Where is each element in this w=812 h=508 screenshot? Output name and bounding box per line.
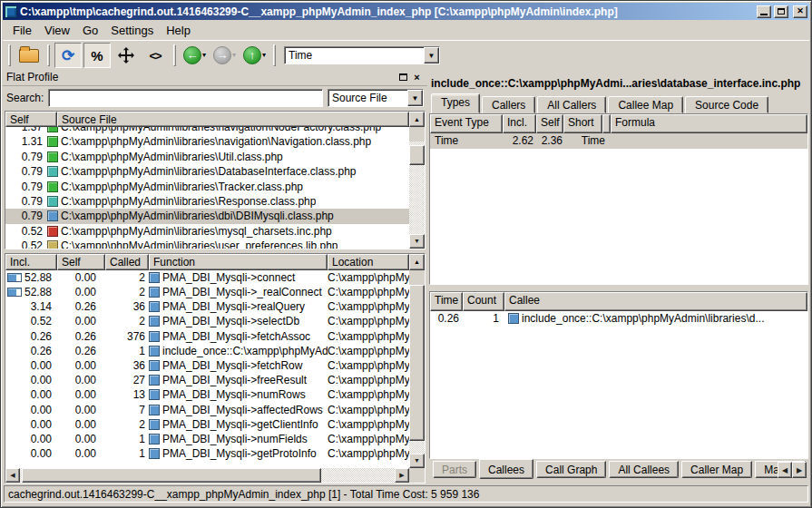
source-file-row[interactable]: 1.31 C:\xampp\phpMyAdmin\libraries\navig… [5,134,409,149]
scrollbar-thumb[interactable] [22,468,321,483]
column-header-incl[interactable]: Incl. [5,254,57,270]
dock-float-button[interactable] [396,72,410,83]
function-row[interactable]: 3.14 0.26 36 PMA_DBI_Mysqli->realQuery C… [5,299,409,314]
detail-tab[interactable]: Source Code [685,96,768,113]
column-header-incl[interactable]: Incl. [503,114,536,133]
source-file-row[interactable]: 1.37 C:\xampp\phpMyAdmin\libraries\navig… [5,127,409,134]
up-dropdown-icon[interactable]: ▾ [262,52,266,59]
source-file-row[interactable]: 0.79 C:\xampp\phpMyAdmin\libraries\Respo… [5,194,409,209]
percent-relative-button[interactable]: % [83,43,111,68]
scroll-down-icon[interactable]: ▼ [409,234,425,249]
column-header-self[interactable]: Self [57,254,105,270]
detail-splitter[interactable] [429,285,808,291]
function-table-vscrollbar[interactable]: ▼ [409,270,425,468]
column-header-short[interactable]: Short [563,114,602,133]
source-file-row[interactable]: 0.52 C:\xampp\phpMyAdmin\libraries\mysql… [5,224,409,239]
menu-item[interactable]: Settings [104,22,160,39]
function-row[interactable]: 0.00 0.00 7 PMA_DBI_Mysqli->affectedRows… [5,403,409,417]
event-type-row[interactable]: Time 2.62 2.36 Time [430,133,807,149]
function-row[interactable]: 0.52 0.00 2 PMA_DBI_Mysqli->selectDb C:\… [5,314,409,328]
function-row[interactable]: 0.26 0.26 376 PMA_DBI_Mysqli->fetchAssoc… [5,329,409,344]
maximize-icon [778,8,785,15]
function-self-cost: 0.00 [57,447,105,460]
function-row[interactable]: 0.00 0.00 2 PMA_DBI_Mysqli->getClientInf… [5,417,409,432]
event-self-value: 2.36 [536,134,563,147]
column-header-formula[interactable]: Formula [611,114,807,133]
function-location: C:\xampp\phpMy... [328,359,409,372]
callee-count: 1 [463,312,504,325]
function-row[interactable]: 0.26 0.26 1 include_once::C:\xampp\phpMy… [5,344,409,358]
function-row[interactable]: 52.88 0.00 2 PMA_DBI_Mysqli->_realConnec… [5,285,409,299]
close-button[interactable]: ✕ [793,5,807,18]
function-row[interactable]: 52.88 0.00 2 PMA_DBI_Mysqli->connect C:\… [5,270,409,285]
column-header-function[interactable]: Function [149,254,328,270]
dock-close-button[interactable]: × [410,72,424,83]
detail-bottom-tab[interactable]: Parts [433,461,476,478]
source-file-row[interactable]: 0.52 C:\xampp\phpMyAdmin\libraries\user_… [5,239,409,249]
combo-arrow-icon[interactable]: ▼ [407,90,423,106]
source-file-scrollbar[interactable]: ▼ [409,127,425,249]
menu-item[interactable]: File [6,22,38,39]
maximize-button[interactable] [774,5,788,18]
detail-bottom-tab[interactable]: Callees [479,459,533,479]
detail-tab[interactable]: Types [431,93,480,113]
function-row[interactable]: 0.00 0.00 27 PMA_DBI_Mysqli->freeResult … [5,373,409,387]
function-row[interactable]: 0.00 0.00 1 PMA_DBI_Mysqli->numFields C:… [5,432,409,446]
open-file-button[interactable] [15,43,43,68]
column-header-called[interactable]: Called [105,254,149,270]
function-table-hscrollbar[interactable]: ◀ ▶ [5,468,425,483]
tab-scroll-right-icon[interactable]: ▶ [792,462,807,478]
source-file-row[interactable]: 0.79 C:\xampp\phpMyAdmin\libraries\Datab… [5,164,409,179]
event-type-combobox[interactable]: Time ▼ [284,46,440,64]
forward-dropdown-icon[interactable]: ▾ [232,52,236,59]
scroll-up-icon[interactable]: ▲ [409,254,425,270]
move-button[interactable] [113,43,140,68]
menu-item[interactable]: View [38,22,76,39]
relative-to-parent-button[interactable]: <> [142,43,169,68]
source-file-row[interactable]: 0.79 C:\xampp\phpMyAdmin\libraries\Util.… [5,150,409,164]
tab-scroll-left-icon[interactable]: ◀ [778,462,792,478]
forward-button[interactable]: → ▾ [210,43,239,68]
combo-arrow-icon[interactable]: ▼ [424,47,439,64]
column-header-self[interactable]: Self [536,114,563,133]
function-row[interactable]: 0.00 0.00 36 PMA_DBI_Mysqli->fetchRow C:… [5,358,409,373]
back-dropdown-icon[interactable]: ▾ [202,52,206,59]
cycle-detection-button[interactable]: ⟳ [54,43,82,68]
scrollbar-track[interactable] [409,142,425,234]
function-row[interactable]: 0.00 0.00 1 PMA_DBI_Mysqli->getProtoInfo… [5,446,409,461]
function-call-count: 1 [105,345,149,357]
scrollbar-track[interactable] [409,285,425,454]
detail-tab[interactable]: Callee Map [608,96,683,113]
column-header-source-file[interactable]: Source File [57,112,409,127]
detail-bottom-tab[interactable]: Call Graph [536,461,606,478]
menu-item[interactable]: Go [76,22,104,39]
scroll-left-icon[interactable]: ◀ [5,468,20,483]
column-header-callee[interactable]: Callee [504,292,807,311]
menu-item[interactable]: Help [160,22,197,39]
scrollbar-thumb[interactable] [409,285,425,441]
toolbar-grip[interactable] [8,44,11,66]
column-header-location[interactable]: Location [328,254,409,270]
detail-tab[interactable]: Callers [482,96,535,113]
detail-bottom-tab[interactable]: Caller Map [681,461,752,478]
detail-bottom-tab[interactable]: All Callees [609,461,679,478]
column-header-time[interactable]: Time [430,292,463,311]
function-row[interactable]: 0.00 0.00 13 PMA_DBI_Mysqli->numRows C:\… [5,387,409,402]
column-header-count[interactable]: Count [463,292,504,311]
scroll-down-icon[interactable]: ▼ [409,454,425,468]
detail-tab[interactable]: All Callers [537,96,606,113]
minimize-button[interactable] [757,5,771,18]
column-header-self[interactable]: Self [5,112,57,127]
search-input[interactable] [48,89,323,107]
scroll-right-icon[interactable]: ▶ [395,468,409,483]
up-button[interactable]: ↑ ▾ [240,43,269,68]
callee-row[interactable]: 0.26 1 include_once::C:\xampp\phpMyAdmin… [430,311,807,327]
column-header-event-type[interactable]: Event Type [430,114,503,133]
scrollbar-thumb[interactable] [409,145,425,165]
group-by-combobox[interactable]: Source File ▼ [328,89,424,107]
source-file-row[interactable]: 0.79 C:\xampp\phpMyAdmin\libraries\Track… [5,179,409,193]
scrollbar-track[interactable] [20,468,395,483]
source-file-row[interactable]: 0.79 C:\xampp\phpMyAdmin\libraries\dbi\D… [5,209,409,223]
scroll-up-icon[interactable]: ▲ [409,112,425,127]
back-button[interactable]: ← ▾ [181,43,209,68]
